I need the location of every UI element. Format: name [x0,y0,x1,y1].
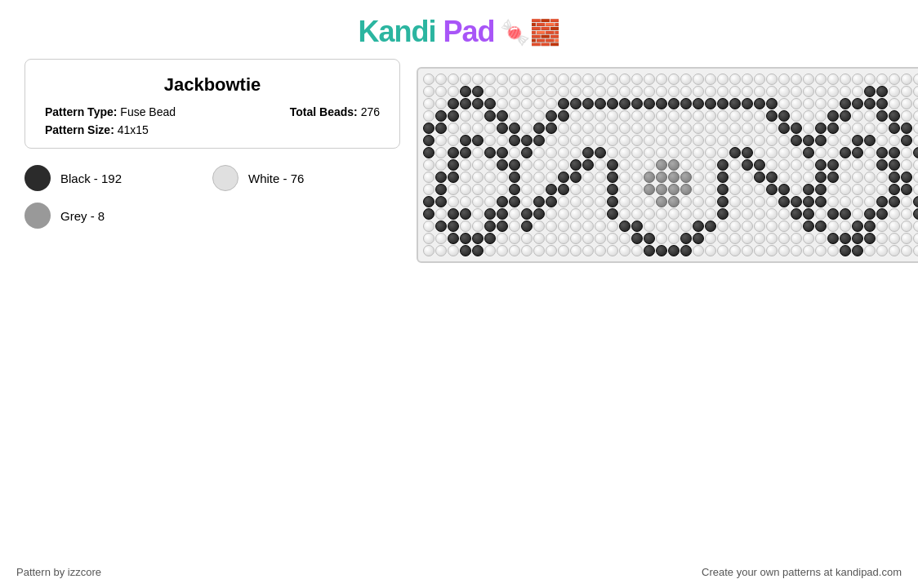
bead [791,172,802,183]
bead [595,74,606,85]
main-content: Jackbowtie Pattern Type: Fuse Bead Total… [0,59,918,263]
bead [521,147,533,158]
bead [595,86,606,97]
bead [656,245,667,256]
bead [497,245,508,256]
bead [876,184,888,195]
bead [582,196,594,207]
bead [852,159,863,171]
bead [717,208,729,220]
bead [460,98,471,109]
bead [619,233,631,244]
header: Kandi Pad 🍬🧱 [0,0,918,59]
bead [484,196,496,207]
bead [472,172,484,183]
white-swatch [212,165,238,191]
bead [497,208,508,220]
bead [901,135,912,146]
bead [803,122,814,134]
bead [521,208,533,220]
bead [778,220,790,232]
bead [656,184,667,195]
bead [533,184,545,195]
bead [644,159,655,171]
bead [509,86,520,97]
white-label: White - 76 [248,172,304,185]
bead [558,245,569,256]
bead [656,74,667,85]
bead [570,196,582,207]
bead [778,86,790,97]
bead [460,122,471,134]
bead [435,184,447,195]
bead [423,184,434,195]
bead [546,245,557,256]
bead [423,159,434,171]
bead [656,98,667,109]
bead [631,208,643,220]
bead [582,245,594,256]
bead [827,184,839,195]
bead [815,220,827,232]
bead [766,196,778,207]
bead [509,159,520,171]
bead [631,233,643,244]
bead [595,233,606,244]
bead [705,110,716,122]
bead [717,98,729,109]
bead [876,208,888,220]
bead [864,233,876,244]
bead [803,74,814,85]
color-legend: Black - 192 White - 76 Grey - 8 [25,165,392,229]
bead [803,172,814,183]
bead [435,147,447,158]
bead [619,110,631,122]
bead [693,208,704,220]
bead [717,122,729,134]
bead [717,159,729,171]
bead [448,245,459,256]
bead [558,135,569,146]
bead [484,147,496,158]
bead [644,220,655,232]
bead [435,172,447,183]
bead [901,220,912,232]
bead [901,233,912,244]
bead [644,184,655,195]
bead [778,184,790,195]
bead [435,245,447,256]
bead [705,122,716,134]
bead [533,147,545,158]
bead [668,122,680,134]
bead [619,122,631,134]
bead [472,159,484,171]
bead [558,86,569,97]
bead [509,208,520,220]
bead [693,147,704,158]
bead [582,233,594,244]
bead [791,135,802,146]
bead [742,110,753,122]
bead [791,184,802,195]
bead [815,135,827,146]
bead [656,135,667,146]
total-beads-label: Total Beads: [290,105,358,118]
bead [754,233,765,244]
bead [656,196,667,207]
bead [815,147,827,158]
bead [876,159,888,171]
info-grid-top: Pattern Type: Fuse Bead Total Beads: 276 [45,105,380,118]
bead [742,98,753,109]
bead [521,98,533,109]
bead [521,122,533,134]
bead [864,86,876,97]
bead [595,172,606,183]
bead [546,98,557,109]
bead [631,184,643,195]
bead [533,159,545,171]
bead [582,159,594,171]
bead [423,196,434,207]
bead [864,135,876,146]
bead [766,98,778,109]
bead [448,220,459,232]
